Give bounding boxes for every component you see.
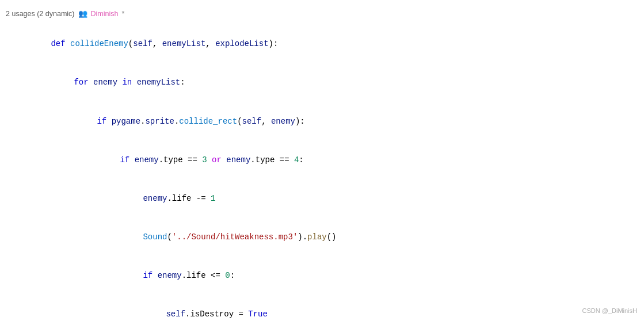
code-text: for enemy in enemyList: <box>22 63 638 102</box>
usage-bar: 2 usages (2 dynamic) 👥 Diminish * <box>0 6 644 25</box>
code-text: if enemy.life <= 0: <box>22 257 638 295</box>
usage-name: Diminish <box>91 8 119 20</box>
code-line: self.isDestroy = True <box>0 295 644 321</box>
code-text: if enemy.type == 3 or enemy.type == 4: <box>22 140 638 179</box>
code-text: def collideEnemy(self, enemyList, explod… <box>22 25 638 63</box>
code-text: if pygame.sprite.collide_rect(self, enem… <box>22 102 638 140</box>
watermark: CSDN @_DiMinisH <box>582 306 637 316</box>
code-line: Sound('../Sound/hitWeakness.mp3').play() <box>0 218 644 257</box>
code-line: if enemy.type == 3 or enemy.type == 4: <box>0 140 644 179</box>
code-line: enemy.life -= 1 <box>0 179 644 217</box>
code-text: Sound('../Sound/hitWeakness.mp3').play() <box>22 218 638 257</box>
code-text: enemy.life -= 1 <box>22 179 638 217</box>
code-text: self.isDestroy = True <box>22 295 638 321</box>
usage-icon: 👥 <box>78 8 87 20</box>
code-line: def collideEnemy(self, enemyList, explod… <box>0 25 644 63</box>
code-line: for enemy in enemyList: <box>0 63 644 102</box>
keyword-def: def <box>51 39 70 48</box>
code-line: if enemy.life <= 0: <box>0 257 644 295</box>
fn-collideEnemy: collideEnemy <box>70 39 128 48</box>
code-line: if pygame.sprite.collide_rect(self, enem… <box>0 102 644 140</box>
code-container: 2 usages (2 dynamic) 👥 Diminish * def co… <box>0 0 644 321</box>
usage-count: 2 usages (2 dynamic) <box>6 8 75 20</box>
usage-modified: * <box>121 8 124 20</box>
